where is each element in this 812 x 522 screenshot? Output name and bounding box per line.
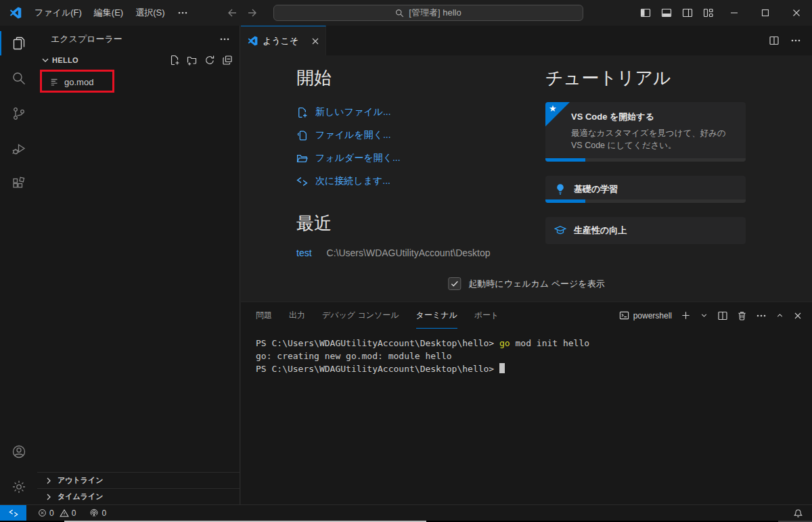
- walkthrough-progress-bar: [545, 199, 746, 203]
- new-terminal-icon[interactable]: [681, 310, 691, 321]
- settings-gear-icon[interactable]: [0, 469, 37, 504]
- panel-tab-ports[interactable]: ポート: [474, 302, 499, 329]
- terminal-line: go: creating new go.mod: module hello: [256, 350, 812, 362]
- new-folder-action-icon[interactable]: [187, 55, 198, 66]
- error-icon: [38, 508, 47, 517]
- refresh-action-icon[interactable]: [204, 55, 215, 66]
- toggle-secondary-sidebar-icon[interactable]: [677, 0, 698, 26]
- terminal-cursor: [499, 363, 505, 373]
- star-icon: ★: [549, 103, 557, 114]
- walkthrough-card-learn-fundamentals[interactable]: 基礎の学習: [545, 176, 746, 203]
- tab-welcome[interactable]: ようこそ: [241, 26, 326, 55]
- warning-icon: [60, 508, 69, 518]
- activity-source-control-icon[interactable]: [0, 96, 37, 131]
- open-folder-label: フォルダーを開く...: [315, 152, 401, 164]
- new-file-link[interactable]: 新しいファイル...: [296, 101, 526, 124]
- walkthrough-card-boost-productivity[interactable]: 生産性の向上: [545, 217, 746, 244]
- nav-back-icon[interactable]: [227, 7, 238, 18]
- remote-indicator[interactable]: [0, 505, 26, 521]
- recent-heading: 最近: [296, 212, 526, 235]
- chevron-right-icon: [43, 475, 54, 486]
- sidebar-title: エクスプローラー: [51, 33, 122, 45]
- panel-tab-terminal[interactable]: ターミナル: [416, 302, 457, 329]
- menu-selection[interactable]: 選択(S): [129, 4, 171, 22]
- editor-group: ようこそ 開始 新しいファイル... ファイルを開く.: [241, 26, 812, 302]
- customize-layout-icon[interactable]: [698, 0, 719, 26]
- timeline-label: タイムライン: [58, 492, 104, 502]
- checkbox-checked-icon[interactable]: [448, 277, 461, 290]
- close-panel-icon[interactable]: [793, 311, 803, 321]
- activity-extensions-icon[interactable]: [0, 166, 37, 201]
- recent-item-path: C:\Users\WDAGUtilityAccount\Desktop: [327, 247, 491, 258]
- error-count: 0: [49, 508, 54, 518]
- panel-tab-problems[interactable]: 問題: [256, 302, 272, 329]
- ports-count: 0: [102, 508, 106, 518]
- vscode-logo-icon: [9, 7, 22, 19]
- new-file-action-icon[interactable]: [169, 55, 180, 66]
- activity-run-debug-icon[interactable]: [0, 131, 37, 166]
- window-maximize-button[interactable]: [750, 0, 781, 26]
- search-icon: [395, 9, 404, 18]
- editor-more-actions-icon[interactable]: [790, 35, 801, 46]
- menu-more-icon[interactable]: [171, 7, 194, 18]
- card-description: 最適なカスタマイズを見つけて、好みの VS Code にしてください。: [571, 127, 731, 151]
- activity-bar: [0, 26, 37, 504]
- start-heading: 開始: [296, 66, 526, 90]
- folder-name: HELLO: [52, 56, 78, 64]
- open-folder-icon: [296, 153, 308, 164]
- folder-section-hello[interactable]: HELLO: [37, 53, 240, 68]
- outline-label: アウトライン: [58, 475, 104, 485]
- ports-status-item[interactable]: 0: [86, 505, 110, 521]
- menu-edit[interactable]: 編集(E): [88, 4, 129, 22]
- activity-search-icon[interactable]: [0, 61, 37, 96]
- kill-terminal-trash-icon[interactable]: [737, 310, 747, 321]
- open-file-label: ファイルを開く...: [315, 129, 391, 141]
- panel-tab-debug-console[interactable]: デバッグ コンソール: [322, 302, 399, 329]
- account-icon[interactable]: [0, 434, 37, 469]
- toggle-primary-sidebar-icon[interactable]: [635, 0, 656, 26]
- explorer-more-actions-icon[interactable]: [219, 34, 230, 45]
- timeline-section[interactable]: タイムライン: [37, 488, 240, 504]
- activity-explorer-icon[interactable]: [0, 26, 37, 61]
- toggle-panel-icon[interactable]: [656, 0, 677, 26]
- vscode-window: ファイル(F) 編集(E) 選択(S) [管理者] hello: [0, 0, 812, 522]
- problems-status-item[interactable]: 0 0: [35, 505, 79, 521]
- terminal-dropdown-chevron-icon[interactable]: [700, 311, 708, 320]
- graduation-cap-icon: [554, 224, 566, 237]
- open-file-link[interactable]: ファイルを開く...: [296, 124, 526, 147]
- file-icon: [50, 77, 60, 87]
- collapse-folders-action-icon[interactable]: [222, 55, 233, 66]
- nav-forward-icon[interactable]: [247, 7, 258, 18]
- outline-section[interactable]: アウトライン: [37, 472, 240, 488]
- panel-tab-output[interactable]: 出力: [289, 302, 305, 329]
- tab-label: ようこそ: [263, 35, 298, 47]
- bottom-panel: 問題 出力 デバッグ コンソール ターミナル ポート powershell PS…: [241, 302, 812, 504]
- explorer-sidebar: エクスプローラー HELLO go.mod アウトライン タ: [37, 26, 240, 504]
- command-center-search[interactable]: [管理者] hello: [273, 5, 583, 21]
- terminal-shell-item[interactable]: powershell: [619, 310, 672, 321]
- command-center-text: [管理者] hello: [409, 7, 461, 19]
- window-close-button[interactable]: [781, 0, 812, 26]
- window-minimize-button[interactable]: [719, 0, 750, 26]
- maximize-panel-chevron-icon[interactable]: [775, 311, 784, 320]
- open-folder-link[interactable]: フォルダーを開く...: [296, 147, 526, 170]
- editor-tab-bar: ようこそ: [241, 26, 812, 55]
- welcome-page: 開始 新しいファイル... ファイルを開く... フォルダーを開く...: [241, 55, 812, 302]
- file-item-gomod[interactable]: go.mod: [43, 74, 93, 90]
- split-terminal-icon[interactable]: [717, 310, 728, 321]
- warning-count: 0: [72, 508, 76, 518]
- notifications-bell-icon[interactable]: [793, 508, 803, 518]
- connect-to-link[interactable]: 次に接続します...: [296, 170, 526, 193]
- panel-more-actions-icon[interactable]: [756, 310, 767, 321]
- menu-file[interactable]: ファイル(F): [28, 4, 88, 22]
- recent-item-link[interactable]: test: [296, 247, 312, 258]
- title-bar: ファイル(F) 編集(E) 選択(S) [管理者] hello: [0, 0, 812, 26]
- terminal-output[interactable]: PS C:\Users\WDAGUtilityAccount\Desktop\h…: [241, 329, 812, 375]
- terminal-line: PS C:\Users\WDAGUtilityAccount\Desktop\h…: [256, 362, 812, 375]
- walkthrough-card-get-started[interactable]: ★ VS Code を開始する 最適なカスタマイズを見つけて、好みの VS Co…: [545, 102, 746, 162]
- vscode-logo-icon: [248, 36, 258, 46]
- tab-close-icon[interactable]: [311, 37, 320, 46]
- split-editor-icon[interactable]: [769, 35, 780, 46]
- lightbulb-icon: [554, 183, 566, 195]
- show-welcome-checkbox-row[interactable]: 起動時にウェルカム ページを表示: [448, 277, 604, 290]
